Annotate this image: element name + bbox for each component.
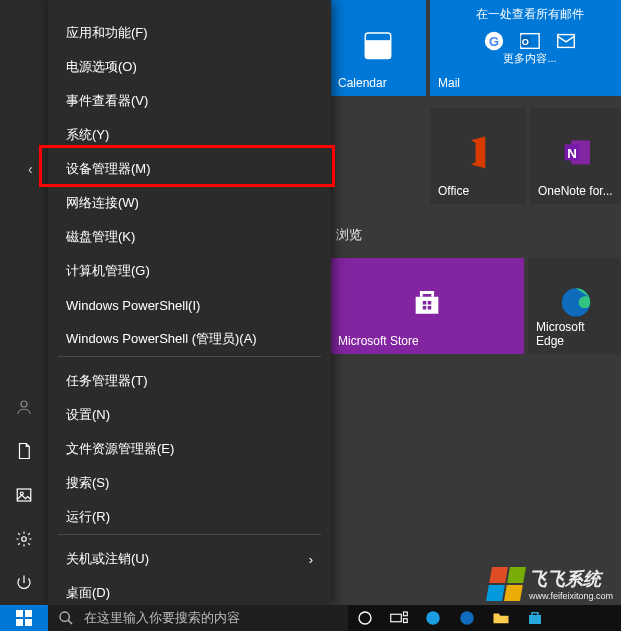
svg-rect-16 bbox=[423, 301, 427, 305]
taskbar-search[interactable]: 在这里输入你要搜索的内容 bbox=[48, 605, 348, 631]
search-icon bbox=[58, 610, 74, 626]
taskbar-edge-icon[interactable] bbox=[416, 605, 450, 631]
svg-rect-1 bbox=[17, 489, 31, 501]
power-icon[interactable] bbox=[0, 561, 48, 605]
winx-settings[interactable]: 设置(N) bbox=[48, 398, 331, 432]
pictures-icon[interactable] bbox=[0, 473, 48, 517]
taskbar-edge2-icon[interactable] bbox=[450, 605, 484, 631]
taskview-icon[interactable] bbox=[382, 605, 416, 631]
svg-point-32 bbox=[460, 611, 474, 625]
svg-rect-29 bbox=[404, 612, 408, 616]
svg-rect-11 bbox=[365, 33, 391, 40]
tile-msstore-label: Microsoft Store bbox=[338, 334, 516, 348]
winx-computer-mgmt[interactable]: 计算机管理(G) bbox=[48, 254, 331, 288]
indicator-arrow-icon: ‹ bbox=[28, 161, 33, 177]
svg-rect-24 bbox=[16, 619, 23, 626]
chevron-right-icon: › bbox=[309, 552, 313, 567]
svg-rect-17 bbox=[428, 301, 432, 305]
winx-event-viewer[interactable]: 事件查看器(V) bbox=[48, 84, 331, 118]
mail-banner: 在一处查看所有邮件 bbox=[430, 6, 621, 23]
tile-msedge-label: Microsoft Edge bbox=[536, 320, 616, 348]
svg-rect-25 bbox=[25, 619, 32, 626]
winx-disk-mgmt[interactable]: 磁盘管理(K) bbox=[48, 220, 331, 254]
tile-msedge[interactable]: Microsoft Edge bbox=[528, 258, 621, 354]
svg-text:O: O bbox=[522, 37, 529, 47]
winx-powershell-admin[interactable]: Windows PowerShell (管理员)(A) bbox=[48, 322, 331, 356]
svg-point-3 bbox=[22, 537, 27, 542]
tile-calendar[interactable]: Calendar bbox=[330, 0, 426, 96]
tile-office-label: Office bbox=[438, 184, 518, 198]
svg-text:G: G bbox=[489, 34, 499, 49]
start-layer: 在一处查看所有邮件 G O 更多内容... Mail Calendar Offi… bbox=[0, 0, 621, 605]
mail-more: 更多内容... bbox=[430, 51, 621, 66]
winx-explorer[interactable]: 文件资源管理器(E) bbox=[48, 432, 331, 466]
settings-icon[interactable] bbox=[0, 517, 48, 561]
taskbar-explorer-icon[interactable] bbox=[484, 605, 518, 631]
watermark-logo-icon bbox=[486, 567, 526, 601]
taskbar: 在这里输入你要搜索的内容 bbox=[0, 605, 621, 631]
start-button[interactable] bbox=[0, 605, 48, 631]
edge-icon bbox=[558, 284, 594, 320]
taskbar-store-icon[interactable] bbox=[518, 605, 552, 631]
winx-power-options[interactable]: 电源选项(O) bbox=[48, 50, 331, 84]
tile-mail-label: Mail bbox=[438, 76, 460, 90]
office-icon bbox=[460, 134, 496, 170]
tile-onenote[interactable]: N OneNote for... bbox=[530, 108, 621, 204]
tile-onenote-label: OneNote for... bbox=[538, 184, 618, 198]
svg-point-0 bbox=[21, 401, 27, 407]
winx-menu: 应用和功能(F) 电源选项(O) 事件查看器(V) 系统(Y) ‹ 设备管理器(… bbox=[48, 0, 331, 605]
tile-calendar-label: Calendar bbox=[338, 76, 418, 90]
cortana-icon[interactable] bbox=[348, 605, 382, 631]
winx-device-manager[interactable]: ‹ 设备管理器(M) bbox=[48, 152, 331, 186]
winx-shutdown[interactable]: 关机或注销(U)› bbox=[48, 542, 331, 576]
svg-rect-19 bbox=[428, 306, 432, 310]
svg-point-31 bbox=[426, 611, 440, 625]
winx-run[interactable]: 运行(R) bbox=[48, 500, 331, 534]
svg-rect-18 bbox=[423, 306, 427, 310]
svg-rect-22 bbox=[16, 610, 23, 617]
winx-system[interactable]: 系统(Y) bbox=[48, 118, 331, 152]
user-icon[interactable] bbox=[0, 385, 48, 429]
svg-point-27 bbox=[359, 612, 371, 624]
watermark-url: www.feifeixitong.com bbox=[529, 591, 613, 601]
start-tiles: 在一处查看所有邮件 G O 更多内容... Mail Calendar Offi… bbox=[330, 0, 621, 605]
svg-rect-23 bbox=[25, 610, 32, 617]
svg-rect-9 bbox=[558, 35, 575, 48]
winx-search[interactable]: 搜索(S) bbox=[48, 466, 331, 500]
winx-powershell[interactable]: Windows PowerShell(I) bbox=[48, 288, 331, 322]
search-placeholder: 在这里输入你要搜索的内容 bbox=[84, 609, 240, 627]
svg-rect-30 bbox=[404, 619, 408, 623]
watermark-brand: 飞飞系统 bbox=[529, 567, 613, 591]
onenote-icon: N bbox=[560, 134, 596, 170]
documents-icon[interactable] bbox=[0, 429, 48, 473]
tile-office[interactable]: Office bbox=[430, 108, 526, 204]
section-browse[interactable]: 浏览 bbox=[336, 226, 362, 244]
winx-network[interactable]: 网络连接(W) bbox=[48, 186, 331, 220]
store-icon bbox=[409, 284, 445, 320]
winx-task-manager[interactable]: 任务管理器(T) bbox=[48, 364, 331, 398]
tile-msstore[interactable]: Microsoft Store bbox=[330, 258, 524, 354]
tile-mail-wide[interactable]: 在一处查看所有邮件 G O 更多内容... Mail bbox=[430, 0, 621, 96]
start-sidebar bbox=[0, 0, 48, 605]
watermark: 飞飞系统 www.feifeixitong.com bbox=[489, 567, 613, 601]
svg-text:N: N bbox=[567, 146, 577, 161]
winx-apps-features[interactable]: 应用和功能(F) bbox=[48, 16, 331, 50]
svg-point-26 bbox=[60, 612, 69, 621]
calendar-icon bbox=[360, 26, 396, 62]
svg-rect-28 bbox=[391, 614, 402, 622]
